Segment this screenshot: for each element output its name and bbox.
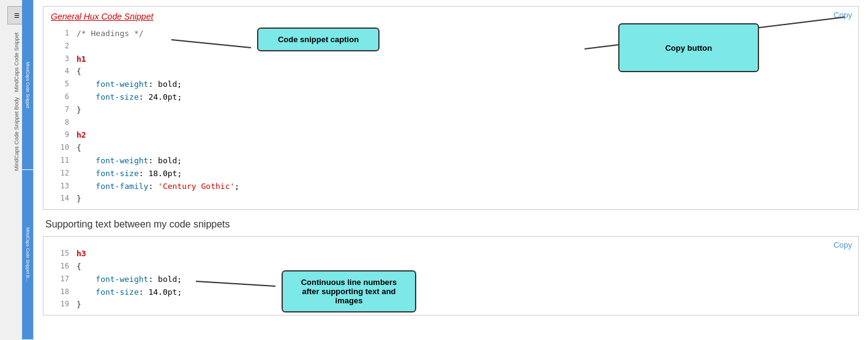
code-line: 16 { [51, 261, 851, 273]
line-number: 9 [51, 129, 69, 142]
code-content: font-family: 'Century Gothic'; [77, 180, 851, 193]
code-content [77, 117, 851, 130]
line-number: 18 [51, 286, 69, 299]
code-content: } [77, 298, 851, 311]
page-wrapper: General Hux Code Snippet Copy 1 /* Headi… [43, 6, 859, 316]
code-line: 11 font-weight: bold; [51, 155, 851, 168]
code-content: font-weight: bold; [77, 273, 851, 286]
code-line: 5 font-weight: bold; [51, 78, 851, 91]
code-content: font-size: 18.0pt; [77, 168, 851, 180]
code-line: 19 } [51, 298, 851, 311]
line-number: 4 [51, 65, 69, 78]
code-line: 13 font-family: 'Century Gothic'; [51, 180, 851, 193]
code-area-2: 15 h3 16 { 17 font-weight: bold; 18 font… [43, 244, 858, 315]
code-content [77, 40, 851, 53]
code-line: 6 font-size: 24.0pt; [51, 91, 851, 104]
line-number: 3 [51, 53, 69, 66]
line-number: 16 [51, 261, 69, 273]
code-line: 18 font-size: 14.0pt; [51, 286, 851, 299]
supporting-text: Supporting text between my code snippets [43, 219, 859, 230]
sidebar: ☰ MindCaps Code Snippet MindCaps Code Sn… [0, 0, 34, 340]
code-line: 3 h1 [51, 53, 851, 66]
code-line: 9 h2 [51, 129, 851, 142]
code-content: font-weight: bold; [77, 155, 851, 168]
code-content: /* Headings */ [77, 28, 851, 40]
code-line: 4 { [51, 65, 851, 78]
sidebar-right-labels: MindCaps Code Snippet MindCaps Code Snip… [22, 0, 33, 340]
line-number: 13 [51, 180, 69, 193]
line-number: 1 [51, 28, 69, 40]
snippet-title[interactable]: General Hux Code Snippet [51, 12, 153, 21]
main-content: General Hux Code Snippet Copy 1 /* Headi… [34, 0, 868, 340]
copy-link-2[interactable]: Copy [834, 240, 852, 249]
code-line: 1 /* Headings */ [51, 28, 851, 40]
code-line: 10 { [51, 142, 851, 155]
code-content: h1 [77, 53, 851, 66]
line-number: 11 [51, 155, 69, 168]
code-content: font-size: 24.0pt; [77, 91, 851, 104]
code-line: 12 font-size: 18.0pt; [51, 168, 851, 180]
menu-icon: ☰ [14, 12, 20, 19]
sidebar-label-1: MindCaps Code Snippet [13, 32, 20, 92]
snippet-block-1: General Hux Code Snippet Copy 1 /* Headi… [43, 6, 859, 210]
snippet-header-2: Copy [43, 237, 858, 244]
code-line: 2 [51, 40, 851, 53]
code-content: { [77, 65, 851, 78]
snippet-header-1: General Hux Code Snippet Copy [43, 7, 858, 24]
code-content: } [77, 104, 851, 117]
sidebar-blue-label-2[interactable]: MindCaps Code Snippet B... [22, 170, 33, 340]
code-content: } [77, 193, 851, 205]
line-number: 12 [51, 168, 69, 180]
copy-link-1[interactable]: Copy [834, 10, 852, 20]
code-line: 14 } [51, 193, 851, 205]
code-line: 15 h3 [51, 248, 851, 261]
code-content: h2 [77, 129, 851, 142]
code-content: font-size: 14.0pt; [77, 286, 851, 299]
line-number: 17 [51, 273, 69, 286]
line-number: 8 [51, 117, 69, 130]
code-content: { [77, 142, 851, 155]
sidebar-blue-label-1[interactable]: MindCaps Code Snippet [22, 0, 33, 170]
code-content: h3 [77, 248, 851, 261]
line-number: 19 [51, 298, 69, 311]
code-content: font-weight: bold; [77, 78, 851, 91]
line-number: 2 [51, 40, 69, 53]
code-line: 17 font-weight: bold; [51, 273, 851, 286]
line-number: 14 [51, 193, 69, 205]
line-number: 15 [51, 248, 69, 261]
code-area-1: 1 /* Headings */ 2 3 h1 4 { 5 fo [43, 24, 858, 209]
sidebar-label-2: MindCaps Code Snippet Body [13, 97, 20, 171]
line-number: 10 [51, 142, 69, 155]
code-line: 8 [51, 117, 851, 130]
code-line: 7 } [51, 104, 851, 117]
line-number: 5 [51, 78, 69, 91]
code-content: { [77, 261, 851, 273]
line-number: 7 [51, 104, 69, 117]
line-number: 6 [51, 91, 69, 104]
snippet-block-2: Copy 15 h3 16 { 17 font-weight: bold; 18 [43, 236, 859, 316]
